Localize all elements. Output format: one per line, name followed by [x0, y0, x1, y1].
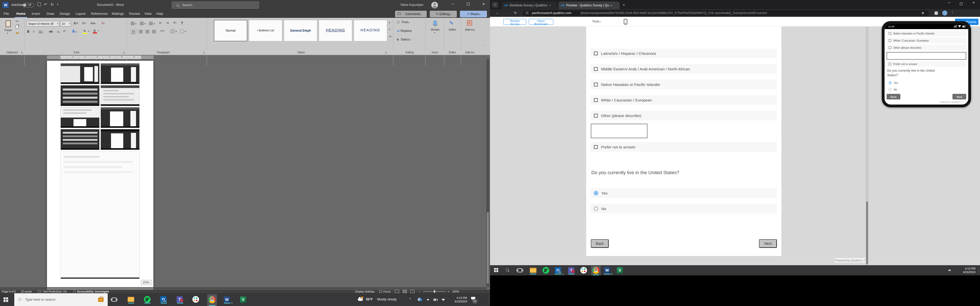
read-mode-icon[interactable] [395, 290, 399, 293]
powered-by-qualtrics[interactable]: Powered by Qualtrics ↗ [835, 258, 866, 263]
radio-unselected[interactable] [889, 88, 892, 91]
autosave-toggle[interactable]: Off [22, 3, 34, 7]
align-right-button[interactable] [145, 30, 149, 33]
maximize-button[interactable] [956, 0, 967, 6]
choice-row[interactable]: Other (please describe): [886, 45, 966, 51]
pilcrow-icon[interactable]: ¶ [181, 21, 183, 25]
taskbar-search-input[interactable]: Type here to search [14, 293, 108, 306]
choice-row[interactable]: Middle Eastern/ Arab / Arab American / N… [591, 64, 777, 74]
browser-tab-preview[interactable]: XM Preview - Qualtrics Survey | Qua × [558, 2, 620, 9]
profile-avatar[interactable] [942, 11, 947, 16]
bookmark-star-icon[interactable] [921, 11, 924, 14]
checkbox[interactable] [594, 145, 598, 149]
taskbar-chrome-icon[interactable] [591, 266, 601, 275]
replace-button[interactable]: ⇄ Replace [397, 29, 412, 33]
weather-temp[interactable]: 55°F [366, 298, 373, 301]
close-button[interactable]: × [968, 0, 980, 6]
justify-button[interactable] [152, 30, 156, 33]
choice-row[interactable]: Other (please describe): [591, 111, 777, 120]
other-text-input[interactable] [591, 124, 648, 138]
superscript-button[interactable]: x² [63, 30, 65, 33]
pasted-screenshot[interactable] [100, 63, 140, 84]
checkbox[interactable] [594, 67, 598, 71]
borders-icon[interactable] [180, 30, 184, 33]
taskbar-chrome-icon[interactable] [207, 294, 217, 306]
share-button[interactable]: ↗ Share ▾ [460, 11, 487, 17]
back-button[interactable]: Back [591, 239, 609, 248]
italic-button[interactable]: I [33, 30, 34, 33]
strikethrough-button[interactable]: ab [49, 30, 52, 33]
vertical-scrollbar[interactable] [487, 59, 489, 287]
checkbox[interactable] [594, 52, 598, 55]
taskbar-outlook-icon[interactable]: ONEW [160, 296, 167, 303]
numbering-button[interactable] [140, 22, 144, 25]
preview-pane-scrollbar[interactable] [865, 27, 869, 265]
styles-expand-icon[interactable]: ≡▾ [389, 35, 391, 38]
taskbar-teams-icon[interactable]: T [568, 267, 575, 274]
paragraph-dialog-launcher-icon[interactable] [204, 51, 205, 53]
align-center-button[interactable] [139, 30, 143, 33]
style-general-emph[interactable]: General Emph [284, 20, 317, 41]
tab-mailings[interactable]: Mailings [110, 10, 126, 18]
pasted-screenshot[interactable] [60, 63, 100, 84]
line-spacing-icon[interactable]: ↕≡ ▾ [160, 29, 164, 32]
minimize-button[interactable]: ─ [943, 0, 955, 6]
checkbox[interactable] [889, 39, 891, 42]
radio-row-yes[interactable]: Yes [591, 188, 777, 198]
style-bulleted-list[interactable]: • Bulleted List [249, 20, 282, 41]
text-effects-icon[interactable]: A ▾ [72, 29, 76, 34]
shrink-font-icon[interactable]: A˅ [82, 21, 86, 25]
select-button[interactable]: Select ▾ [397, 38, 411, 41]
tab-close-icon[interactable]: × [611, 4, 612, 7]
print-layout-icon[interactable] [403, 290, 407, 293]
taskbar-excel-icon[interactable]: X [239, 296, 247, 303]
volume-icon[interactable] [948, 269, 950, 271]
web-layout-icon[interactable] [410, 290, 414, 293]
zoom-in-button[interactable]: + [448, 290, 449, 293]
minimize-button[interactable]: ─ [447, 0, 459, 8]
next-button[interactable]: Next [953, 94, 966, 100]
choice-row[interactable]: Latino/a/x / Hispanic / Chicano/a [591, 48, 777, 58]
tab-design[interactable]: Design [58, 10, 72, 18]
taskbar-spotify-icon[interactable] [143, 296, 151, 303]
powered-by-qualtrics[interactable]: Powered by Qualtrics ↗ [940, 101, 963, 103]
avatar[interactable] [431, 2, 438, 8]
tab-search-icon[interactable]: ▾ [492, 2, 498, 8]
styles-dialog-launcher-icon[interactable] [385, 51, 387, 53]
pasted-screenshot-large[interactable] [60, 151, 140, 279]
underline-button[interactable]: U ▾ [39, 30, 43, 33]
horizontal-scrollbar[interactable] [0, 287, 487, 289]
decrease-indent-icon[interactable]: ⇤ [159, 21, 162, 25]
choice-row[interactable]: White / Caucasian / European [886, 38, 966, 43]
checkbox[interactable] [889, 63, 891, 65]
styles-scroll-up-icon[interactable]: ▴ [389, 21, 390, 24]
tab-view[interactable]: View [143, 10, 153, 18]
style-normal[interactable]: Normal [214, 20, 247, 41]
bullets-caret-icon[interactable]: ▾ [135, 22, 137, 25]
taskbar-file-explorer-icon[interactable] [529, 267, 537, 274]
tab-file[interactable]: File [2, 10, 11, 18]
align-left-button[interactable] [130, 29, 136, 34]
font-name-select[interactable]: Segoe UI Historic (B▾ [27, 21, 59, 27]
checkbox[interactable] [594, 114, 598, 117]
paste-options-chip[interactable]: (Ctrl) ▾ [141, 280, 152, 285]
pasted-screenshot[interactable] [100, 129, 140, 150]
tab-review[interactable]: Review [127, 10, 142, 18]
accessibility-status[interactable]: Accessibility: Investigate [77, 290, 109, 293]
pasted-screenshot[interactable] [100, 107, 140, 128]
styles-scroll-down-icon[interactable]: ▾ [389, 28, 390, 30]
radio-unselected[interactable] [594, 206, 598, 211]
document-page[interactable]: (Ctrl) ▾ [47, 61, 153, 290]
task-view-icon[interactable] [112, 298, 116, 302]
new-tab-button[interactable]: + [623, 3, 625, 7]
focus-mode[interactable]: Focus [383, 290, 391, 293]
font-size-select[interactable]: 10▾ [60, 21, 71, 27]
increase-indent-icon[interactable]: ⇥ [166, 21, 169, 25]
save-icon[interactable] [37, 3, 41, 6]
task-view-icon[interactable] [517, 268, 522, 272]
other-text-input[interactable] [886, 52, 966, 60]
radio-row-yes[interactable]: Yes [886, 80, 966, 86]
font-dialog-launcher-icon[interactable] [124, 51, 126, 53]
extensions-icon[interactable] [935, 11, 938, 15]
style-heading-2[interactable]: HEADING [354, 20, 387, 41]
